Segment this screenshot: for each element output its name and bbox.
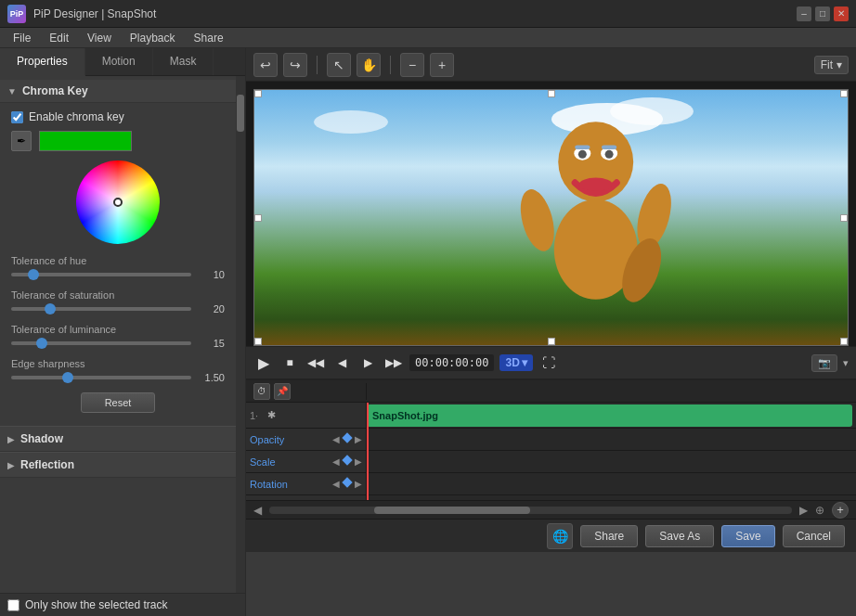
toolbar-sep-2	[390, 56, 391, 74]
redo-button[interactable]: ↪	[283, 53, 307, 77]
handle-tl[interactable]	[254, 90, 262, 97]
zoom-in-button[interactable]: +	[430, 53, 454, 77]
enable-chroma-key-checkbox[interactable]	[11, 111, 23, 123]
timeline-scroll-right[interactable]: ▶	[799, 504, 808, 517]
chroma-key-section-header[interactable]: ▼ Chroma Key	[0, 80, 236, 103]
handle-tm[interactable]	[548, 90, 555, 97]
timeline-scroll-left[interactable]: ◀	[253, 504, 262, 517]
edge-sharpness-slider[interactable]	[11, 376, 191, 379]
tolerance-sat-control: 20	[11, 303, 225, 314]
scale-keyframe[interactable]	[342, 455, 352, 465]
pointer-tool-button[interactable]: ↖	[327, 53, 351, 77]
reflection-title: Reflection	[20, 458, 74, 471]
panel-tabs: Properties Motion Mask	[0, 48, 245, 76]
snapshot-dropdown-icon: ▾	[843, 357, 849, 369]
timeline-tracks: SnapShot.jpg	[367, 403, 856, 500]
scale-right-arrow[interactable]: ▶	[355, 456, 362, 467]
cancel-button[interactable]: Cancel	[783, 525, 845, 547]
save-as-button[interactable]: Save As	[645, 525, 714, 547]
tolerance-sat-slider[interactable]	[11, 307, 191, 311]
share-button[interactable]: Share	[580, 525, 638, 547]
shadow-section-header[interactable]: ▶ Shadow	[0, 426, 236, 452]
tolerance-lum-label: Tolerance of luminance	[11, 324, 225, 335]
fit-dropdown[interactable]: Fit ▾	[814, 56, 849, 74]
globe-button[interactable]: 🌐	[547, 523, 573, 549]
menu-edit[interactable]: Edit	[40, 30, 78, 46]
save-button[interactable]: Save	[721, 525, 774, 547]
fast-fwd-button[interactable]: ▶▶	[383, 353, 404, 373]
track-1-icon: ✱	[267, 409, 276, 421]
snapshot-clip[interactable]: SnapShot.jpg	[367, 404, 852, 427]
clip-name: SnapShot.jpg	[372, 410, 438, 421]
timeline-scrollbar[interactable]	[269, 507, 792, 514]
handle-mr[interactable]	[840, 214, 848, 222]
handle-bl[interactable]	[254, 338, 262, 345]
frame-fwd-button[interactable]: ▶	[357, 353, 378, 373]
track-1-number: 1·	[250, 410, 265, 421]
timeline-header: ⏱ 📌 00:00:00:00 00:00:01:20 00:00:03:10	[246, 380, 856, 403]
menu-file[interactable]: File	[4, 30, 40, 46]
fullscreen-button[interactable]: ⛶	[538, 353, 559, 373]
zoom-out-button[interactable]: −	[400, 53, 424, 77]
rotation-keyframe[interactable]	[342, 477, 352, 487]
minimize-button[interactable]: –	[797, 6, 811, 21]
video-canvas	[246, 82, 856, 346]
frame-back-button[interactable]: ◀	[331, 353, 352, 373]
tolerance-hue-slider[interactable]	[11, 273, 191, 276]
reset-button[interactable]: Reset	[81, 392, 155, 413]
3d-button[interactable]: 3D ▾	[499, 354, 532, 371]
maximize-button[interactable]: □	[815, 6, 830, 21]
handle-br[interactable]	[840, 338, 848, 345]
timeline-scrollbar-thumb[interactable]	[374, 507, 531, 514]
hand-tool-button[interactable]: ✋	[357, 53, 381, 77]
menu-playback[interactable]: Playback	[121, 30, 185, 46]
svg-point-7	[578, 177, 612, 190]
timeline-clock-btn[interactable]: ⏱	[253, 383, 270, 400]
tolerance-hue-value: 10	[199, 269, 225, 280]
play-button[interactable]: ▶	[253, 353, 274, 373]
edge-sharpness-value: 1.50	[199, 372, 225, 383]
reflection-arrow: ▶	[7, 460, 15, 470]
prop-scale-name: Scale	[250, 456, 330, 468]
show-selected-track-checkbox[interactable]	[7, 599, 19, 611]
rotation-track	[367, 473, 856, 495]
tab-properties[interactable]: Properties	[0, 48, 85, 76]
tab-motion[interactable]: Motion	[85, 48, 153, 75]
color-wheel[interactable]	[76, 160, 160, 244]
tab-mask[interactable]: Mask	[153, 48, 214, 75]
stop-button[interactable]: ■	[279, 353, 300, 373]
snapshot-button[interactable]: 📷	[811, 354, 837, 372]
bottom-action-bar: 🌐 Share Save As Save Cancel	[246, 519, 856, 552]
svg-rect-6	[602, 145, 616, 148]
panel-scrollbar[interactable]	[236, 76, 245, 593]
tolerance-lum-slider[interactable]	[11, 341, 191, 345]
color-swatch[interactable]	[39, 131, 132, 151]
rotation-right-arrow[interactable]: ▶	[355, 479, 362, 489]
edge-sharpness-control: 1.50	[11, 372, 225, 383]
opacity-left-arrow[interactable]: ◀	[332, 434, 340, 444]
rotation-left-arrow[interactable]: ◀	[332, 479, 340, 489]
scale-left-arrow[interactable]: ◀	[332, 456, 340, 467]
timeline-add-button[interactable]: +	[832, 502, 849, 519]
opacity-right-arrow[interactable]: ▶	[355, 434, 362, 444]
chroma-key-arrow: ▼	[7, 86, 17, 96]
handle-bm[interactable]	[548, 338, 555, 345]
playback-bar: ▶ ■ ◀◀ ◀ ▶ ▶▶ 00:00:00:00 3D ▾ ⛶ 📷 ▾	[246, 346, 856, 379]
handle-ml[interactable]	[254, 214, 262, 222]
panel-scrollbar-thumb[interactable]	[237, 95, 244, 132]
playhead[interactable]	[367, 403, 369, 500]
opacity-keyframe[interactable]	[342, 432, 352, 443]
eyedropper-button[interactable]: ✒	[11, 131, 32, 151]
dropdown-arrow-icon: ▾	[837, 58, 842, 71]
close-button[interactable]: ✕	[834, 6, 849, 21]
menu-view[interactable]: View	[78, 30, 121, 46]
video-frame	[253, 89, 849, 346]
time-display: 00:00:00:00	[409, 354, 494, 371]
timeline-pin-btn[interactable]: 📌	[274, 383, 291, 400]
reflection-section-header[interactable]: ▶ Reflection	[0, 452, 236, 478]
handle-tr[interactable]	[840, 90, 848, 97]
fit-label: Fit	[821, 58, 833, 71]
prev-frame-button[interactable]: ◀◀	[305, 353, 326, 373]
undo-button[interactable]: ↩	[253, 53, 278, 77]
menu-share[interactable]: Share	[185, 30, 233, 46]
